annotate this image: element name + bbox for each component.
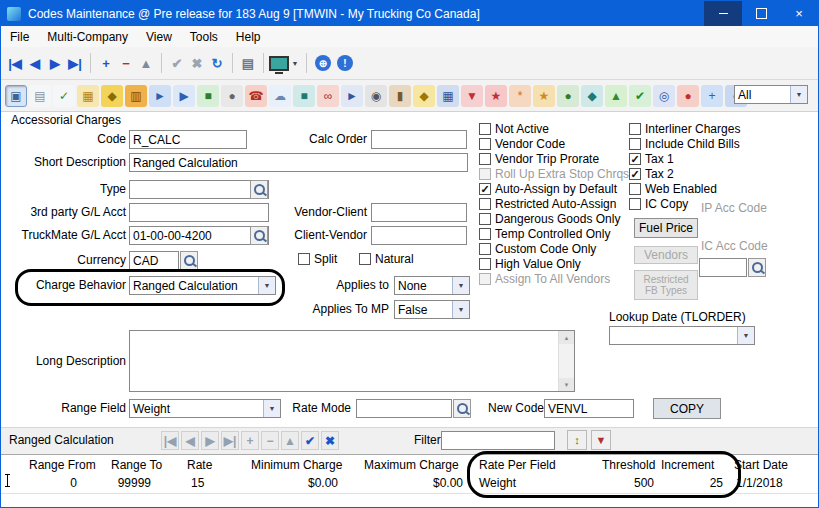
option-checkbox[interactable]: Tax 2 (629, 167, 740, 180)
grid-last-icon[interactable]: ▶| (221, 431, 239, 450)
restricted-fb-types-button[interactable]: Restricted FB Types (634, 270, 698, 300)
col-header-maximum-charge[interactable]: Maximum Charge (364, 458, 459, 472)
vendor-client-input[interactable] (371, 203, 467, 222)
grid-insert-icon[interactable]: + (241, 431, 259, 450)
lookup-date-select[interactable] (609, 326, 755, 345)
phone-icon[interactable]: ☎ (245, 85, 267, 107)
edit-record-icon[interactable]: ▲ (136, 52, 156, 74)
rate-mode-input[interactable] (356, 399, 452, 418)
option-checkbox[interactable]: High Value Only (479, 257, 629, 270)
third-party-gl-input[interactable] (129, 203, 269, 222)
col-header-minimum-charge[interactable]: Minimum Charge (251, 458, 342, 472)
option-checkbox[interactable]: Not Active (479, 122, 629, 135)
calendar-icon[interactable]: ▦ (77, 85, 99, 107)
settings-icon[interactable]: ◎ (653, 85, 675, 107)
col-header-threshold[interactable]: Threshold (602, 458, 655, 472)
scroll-up-icon[interactable] (559, 331, 574, 344)
split-checkbox[interactable]: Split (298, 252, 337, 265)
insert-record-icon[interactable]: + (96, 52, 116, 74)
flags-icon[interactable]: ► (341, 85, 363, 107)
menu-item[interactable]: File (1, 28, 38, 46)
car-icon[interactable]: ● (677, 85, 699, 107)
grid-cancel-icon[interactable]: ✖ (321, 431, 339, 450)
menu-item[interactable]: Help (227, 28, 270, 46)
col-header-range-to[interactable]: Range To (111, 458, 162, 472)
col-header-rate-per-field[interactable]: Rate Per Field (479, 458, 556, 472)
fuel-price-button[interactable]: Fuel Price (634, 218, 698, 238)
truck-icon[interactable]: ■ (197, 85, 219, 107)
option-checkbox[interactable]: Include Child Bills (629, 137, 740, 150)
screen-dropdown-button[interactable] (289, 52, 301, 74)
scrollbar[interactable] (558, 331, 574, 391)
option-checkbox[interactable]: Interliner Charges (629, 122, 740, 135)
option-checkbox[interactable]: Assign To All Vendors (479, 272, 629, 285)
barrel-icon[interactable]: ▮ (389, 85, 411, 107)
gift-icon[interactable]: ◆ (581, 85, 603, 107)
chevron-down-icon[interactable] (790, 86, 807, 103)
menu-item[interactable]: Tools (181, 28, 227, 46)
code-input[interactable]: R_CALC (129, 130, 247, 149)
close-button[interactable]: × (780, 1, 818, 26)
maximize-button[interactable] (742, 1, 780, 26)
natural-checkbox[interactable]: Natural (359, 252, 414, 265)
truckmate-gl-lookup-button[interactable] (250, 226, 268, 245)
globe-icon[interactable]: ⊕ (315, 55, 331, 71)
grid-next-icon[interactable]: ▶ (201, 431, 219, 450)
currency-lookup-button[interactable] (180, 251, 198, 270)
col-header-range-from[interactable]: Range From (29, 458, 96, 472)
codes-filter-select[interactable]: All (734, 85, 808, 104)
chevron-down-icon[interactable] (452, 277, 469, 294)
grid-first-icon[interactable]: |◀ (161, 431, 179, 450)
info-icon[interactable]: ! (337, 55, 353, 71)
cloud-icon[interactable]: ☁ (269, 85, 291, 107)
post-edit-icon[interactable]: ✔ (167, 52, 187, 74)
pin-icon[interactable]: ▼ (461, 85, 483, 107)
type-lookup-button[interactable] (250, 180, 268, 199)
approve-icon[interactable]: ✔ (629, 85, 651, 107)
next-record-icon[interactable]: ▶ (45, 52, 65, 74)
save-icon[interactable]: ■ (293, 85, 315, 107)
option-checkbox[interactable]: Roll Up Extra Stop Chrqs (479, 167, 629, 180)
applies-to-select[interactable]: None (394, 276, 470, 295)
option-checkbox[interactable]: Restricted Auto-Assign (479, 197, 629, 210)
client-vendor-input[interactable] (371, 226, 467, 245)
cancel-edit-icon[interactable]: ✖ (187, 52, 207, 74)
ic-acc-code-lookup-button[interactable] (748, 258, 766, 277)
filter-options-button[interactable]: ▼ (591, 430, 611, 450)
rate-mode-lookup-button[interactable] (453, 399, 471, 418)
option-checkbox[interactable]: Dangerous Goods Only (479, 212, 629, 225)
plus-blue-icon[interactable]: + (701, 85, 723, 107)
table-row[interactable]: 0 99999 15 $0.00 $0.00 Weight 500 25 1/1… (1, 473, 818, 494)
chevron-down-icon[interactable] (452, 301, 469, 318)
notes-icon[interactable]: ▤ (29, 85, 51, 107)
filter-input[interactable] (441, 431, 555, 450)
option-checkbox[interactable]: Tax 1 (629, 152, 740, 165)
sort-rows-button[interactable]: ↕ (567, 430, 587, 450)
short-description-input[interactable]: Ranged Calculation (129, 153, 468, 172)
chevron-down-icon[interactable] (737, 327, 754, 344)
chevron-down-icon[interactable] (258, 277, 275, 294)
star-red-icon[interactable]: ★ (485, 85, 507, 107)
ledger-icon[interactable]: ▥ (125, 85, 147, 107)
codes-tab-icon[interactable]: ▣ (5, 85, 27, 107)
col-header-start-date[interactable]: Start Date (734, 458, 788, 472)
option-checkbox[interactable]: Web Enabled (629, 182, 740, 195)
long-description-textarea[interactable] (129, 330, 575, 392)
col-header-increment[interactable]: Increment (661, 458, 714, 472)
shield-icon[interactable]: ◆ (101, 85, 123, 107)
charge-behavior-select[interactable]: Ranged Calculation (129, 276, 276, 295)
range-field-select[interactable]: Weight (129, 399, 281, 418)
option-checkbox[interactable]: Vendor Code (479, 137, 629, 150)
screen-icon[interactable] (269, 52, 289, 74)
type-input[interactable] (129, 180, 269, 199)
prior-record-icon[interactable]: ◀ (25, 52, 45, 74)
refresh-icon[interactable]: ↻ (207, 52, 227, 74)
forward-icon[interactable]: ▶ (173, 85, 195, 107)
ic-acc-code-input[interactable] (699, 258, 747, 277)
coins-icon[interactable]: ◆ (413, 85, 435, 107)
calc-order-input[interactable] (371, 130, 467, 149)
option-checkbox[interactable]: Vendor Trip Prorate (479, 152, 629, 165)
company-icon[interactable]: ▦ (437, 85, 459, 107)
flag-blue-icon[interactable]: ► (149, 85, 171, 107)
last-record-icon[interactable]: ▶| (65, 52, 85, 74)
